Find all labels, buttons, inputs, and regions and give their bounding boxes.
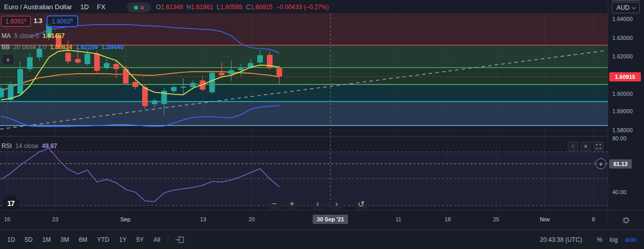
range-button-5d[interactable]: 5D [23, 235, 34, 244]
currency-unit-dropdown[interactable]: AUD [612, 2, 640, 13]
time-tick: 8 [592, 216, 595, 222]
candle [257, 55, 263, 63]
axis-price-label: 40.00 [612, 189, 627, 195]
clock-utc[interactable]: 20:43:38 (UTC) [540, 236, 582, 243]
toolbar-right-group: 20:43:38 (UTC) % log auto [540, 235, 637, 244]
candle [132, 82, 138, 87]
maximize-icon [596, 144, 601, 149]
candle [171, 87, 176, 91]
ma-value: 1.61457 [42, 32, 64, 39]
minus-icon: − [272, 199, 276, 209]
pulse-wave-icon: ≈ [141, 5, 144, 11]
axis-price-label: 1.58000 [612, 127, 633, 133]
ma-indicator-legend[interactable]: MA 5 close 0 1.61457 [2, 32, 64, 39]
time-tick: 13 [200, 216, 206, 222]
rsi-value: 49.87 [42, 142, 57, 150]
candle [152, 100, 158, 104]
plus-icon: + [290, 199, 294, 209]
range-button-6m[interactable]: 6M [77, 235, 89, 244]
range-button-all[interactable]: All [152, 235, 162, 244]
candle [17, 69, 23, 94]
reset-view-button[interactable]: ↺ [354, 197, 368, 211]
pane-close-button[interactable]: × [581, 141, 591, 151]
axis-price-label: 1.59000 [612, 108, 633, 114]
interval-label[interactable]: 1D [80, 3, 89, 11]
time-tick: 11 [395, 216, 401, 222]
symbol-header: Euro / Australian Dollar · 1D · FX [4, 3, 105, 11]
axis-price-label: 1.60000 [612, 91, 633, 97]
rsi-pane-controls: ↑ × [568, 141, 604, 151]
chevron-up-icon: ∧ [6, 56, 10, 63]
zoom-in-button[interactable]: + [285, 197, 299, 211]
time-axis[interactable]: 1623Sep1320111825Nov830 Sep '21 [0, 210, 608, 230]
axis-settings-corner[interactable] [608, 210, 644, 230]
candle [0, 88, 4, 97]
rsi-indicator-legend[interactable]: RSI 14 close 49.87 [2, 142, 57, 150]
tradingview-logo[interactable]: 17 [3, 195, 19, 212]
range-button-1d[interactable]: 1D [6, 235, 16, 244]
legend-collapse-button[interactable]: ∧ [2, 54, 14, 65]
range-button-3m[interactable]: 3M [59, 235, 71, 244]
candle [94, 54, 100, 71]
range-button-5y[interactable]: 5Y [135, 235, 145, 244]
separator-dot: · [75, 4, 77, 11]
symbol-title[interactable]: Euro / Australian Dollar [4, 3, 72, 11]
ma-name: MA [2, 32, 11, 39]
scroll-left-button[interactable]: ‹ [310, 197, 325, 211]
bottom-toolbar: 1D5D1M3M6MYTD1Y5YAll 20:43:38 (UTC) % lo… [0, 230, 644, 249]
axis-price-label: 1.62000 [612, 53, 633, 59]
gear-icon [621, 215, 631, 225]
ma-params: 5 close 0 [14, 32, 39, 39]
ratio-label: 1.3 [34, 17, 42, 25]
range-button-1m[interactable]: 1M [41, 235, 53, 244]
arrow-up-icon: ↑ [571, 143, 574, 150]
candle [65, 53, 71, 61]
candle [142, 87, 148, 106]
range-button-1y[interactable]: 1Y [118, 235, 128, 244]
price-label-red[interactable]: 1.60915 [1, 16, 31, 27]
percent-scale-button[interactable]: % [597, 236, 603, 243]
price-label-blue[interactable]: 1.60928 [47, 15, 78, 27]
selected-date-badge: 30 Sep '21 [313, 215, 348, 224]
plus-icon: + [598, 160, 603, 168]
trading-chart-window: Euro / Australian Dollar · 1D · FX ≈ O1.… [0, 0, 644, 249]
bb-params: 20 close 2 0 [13, 44, 47, 51]
exchange-label[interactable]: FX [97, 3, 106, 11]
market-status-pill[interactable]: ≈ [127, 3, 151, 12]
go-to-date-button[interactable] [174, 235, 185, 245]
separator-dot: · [92, 4, 94, 11]
candle [114, 64, 119, 69]
clipped-element [612, 0, 640, 2]
bb-upper-value: 1.62209 [76, 44, 98, 51]
zoom-out-button[interactable]: − [267, 197, 281, 211]
chevron-left-icon: ‹ [316, 199, 319, 209]
level-zones [0, 13, 608, 126]
toolbar-divider [168, 235, 168, 244]
candle [75, 59, 81, 63]
candle [84, 54, 90, 64]
last-price-badge: 1.60915 [609, 72, 641, 81]
price-axis[interactable]: 1.640001.630001.620001.600001.590001.580… [608, 0, 644, 210]
log-scale-button[interactable]: log [610, 236, 618, 243]
rsi-line-badge: 61.13 [609, 159, 632, 169]
candle [277, 68, 282, 77]
ohlc-readout: O1.61348H1.61961L1.60595C1.60915−0.00433… [156, 4, 329, 11]
pane-maximize-button[interactable] [593, 141, 604, 151]
scroll-right-button[interactable]: › [329, 197, 344, 211]
time-tick: 20 [249, 216, 255, 222]
auto-scale-button[interactable]: auto [625, 236, 637, 243]
ohlc-item: C1.60915 [246, 4, 273, 11]
live-status-icon [134, 6, 138, 10]
horizontal-line-add-handle[interactable]: + [595, 158, 606, 169]
pane-move-up-button[interactable]: ↑ [568, 141, 578, 151]
range-button-ytd[interactable]: YTD [96, 235, 111, 244]
ohlc-item: L1.60595 [217, 4, 242, 11]
change-readout: −0.00433 (−0.27%) [276, 4, 329, 11]
bb-name: BB [2, 44, 10, 51]
candle [238, 68, 244, 70]
calendar-goto-icon [174, 235, 185, 245]
candle [181, 87, 186, 88]
bb-indicator-legend[interactable]: BB 20 close 2 0 1.60824 1.62209 1.59440 [2, 44, 124, 51]
chart-canvas[interactable] [0, 0, 608, 210]
axis-price-label: 1.64000 [612, 16, 633, 22]
